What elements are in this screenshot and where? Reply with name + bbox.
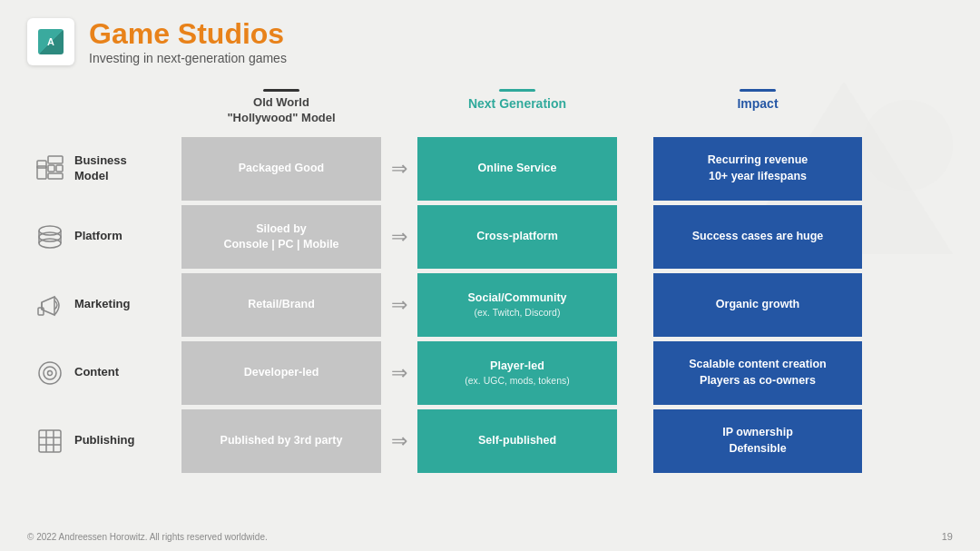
table-header: Old World "Hollywood" Model Next Generat… (27, 82, 944, 133)
row-label-content: Content (27, 341, 181, 405)
cell-gray-content: Developer-led (181, 341, 381, 405)
cell-teal-platform: Cross-platform (417, 205, 617, 269)
cell-blue-marketing: Organic growth (653, 273, 862, 337)
platform-icon (34, 221, 65, 252)
cell-teal-content: Player-led (ex. UGC, mods, tokens) (417, 341, 617, 405)
row-label-platform: Platform (27, 205, 181, 269)
publishing-icon (34, 426, 65, 457)
cell-blue-publishing: IP ownership Defensible (653, 409, 862, 473)
slide-footer: © 2022 Andreessen Horowitz. All rights r… (27, 531, 953, 542)
cell-gray-marketing: Retail/Brand (181, 273, 381, 337)
arrow-content: ⇒ (381, 341, 417, 405)
svg-rect-5 (48, 165, 54, 172)
slide-container: A Game Studios Investing in next-generat… (0, 0, 980, 551)
platform-label: Platform (74, 229, 122, 244)
arrow-publishing: ⇒ (381, 409, 417, 473)
business-model-icon (34, 153, 65, 184)
col-header-empty (27, 82, 181, 133)
arrow-platform: ⇒ (381, 205, 417, 269)
slide-title: Game Studios (89, 18, 287, 50)
old-world-bar (263, 89, 299, 92)
cell-teal-publishing: Self-published (417, 409, 617, 473)
svg-point-15 (44, 367, 56, 379)
cell-blue-content: Scalable content creation Players as co-… (653, 341, 862, 405)
logo-box: A (27, 18, 74, 65)
content-icon (34, 358, 65, 389)
arrow-icon: ⇒ (391, 293, 407, 317)
svg-point-10 (39, 226, 61, 235)
table-body: Business Model Packaged Good ⇒ Online Se… (27, 137, 944, 473)
arrow-content-2 (617, 341, 653, 405)
svg-rect-17 (39, 430, 61, 452)
svg-point-16 (48, 370, 53, 375)
cell-gray-publishing: Published by 3rd party (181, 409, 381, 473)
col-header-old-world: Old World "Hollywood" Model (181, 82, 381, 133)
arrow-marketing-2 (617, 273, 653, 337)
row-label-publishing: Publishing (27, 409, 181, 473)
svg-rect-3 (37, 161, 46, 168)
page-number: 19 (942, 531, 953, 542)
arrow-icon: ⇒ (391, 157, 407, 181)
cell-teal-marketing: Social/Community (ex. Twitch, Discord) (417, 273, 617, 337)
content-label: Content (74, 365, 119, 380)
copyright-text: © 2022 Andreessen Horowitz. All rights r… (27, 532, 268, 542)
col-header-next-gen: Next Generation (417, 82, 617, 133)
cell-gray-business-model: Packaged Good (181, 137, 381, 201)
arrow-business-model-2 (617, 137, 653, 201)
cell-blue-business-model: Recurring revenue 10+ year lifespans (653, 137, 862, 201)
svg-point-14 (39, 362, 61, 384)
arrow-platform-2 (617, 205, 653, 269)
col-arrow-spacer-1 (381, 82, 417, 133)
arrow-publishing-2 (617, 409, 653, 473)
arrow-marketing: ⇒ (381, 273, 417, 337)
publishing-label: Publishing (74, 433, 134, 448)
arrow-icon: ⇒ (391, 429, 407, 453)
logo-icon: A (38, 29, 64, 54)
cell-teal-business-model: Online Service (417, 137, 617, 201)
row-label-business-model: Business Model (27, 137, 181, 201)
next-gen-bar (499, 89, 535, 92)
slide-header: A Game Studios Investing in next-generat… (27, 18, 944, 65)
header-text: Game Studios Investing in next-generatio… (89, 18, 287, 64)
cell-gray-platform: Siloed by Console | PC | Mobile (181, 205, 381, 269)
col-header-impact: Impact (653, 82, 862, 133)
svg-rect-6 (56, 165, 63, 172)
row-label-marketing: Marketing (27, 273, 181, 337)
cell-blue-platform: Success cases are huge (653, 205, 862, 269)
arrow-icon: ⇒ (391, 225, 407, 249)
arrow-business-model: ⇒ (381, 137, 417, 201)
marketing-icon (34, 290, 65, 320)
impact-bar (740, 89, 776, 92)
marketing-label: Marketing (74, 297, 130, 312)
svg-rect-4 (48, 156, 63, 163)
svg-rect-7 (48, 173, 63, 179)
slide-subtitle: Investing in next-generation games (89, 51, 287, 65)
svg-rect-13 (38, 308, 44, 315)
arrow-icon: ⇒ (391, 361, 407, 385)
business-model-label: Business Model (74, 153, 127, 184)
col-arrow-spacer-2 (617, 82, 653, 133)
